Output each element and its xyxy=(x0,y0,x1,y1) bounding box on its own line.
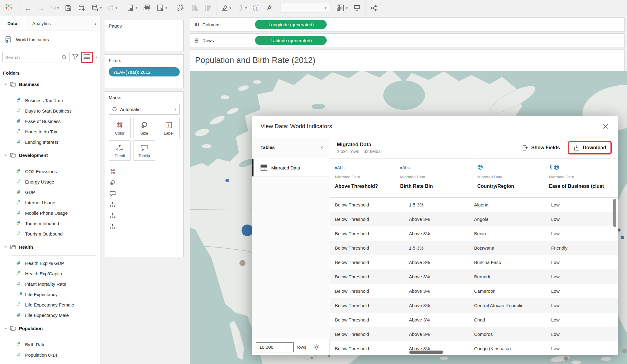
redo-button[interactable]: → xyxy=(37,4,45,12)
tree-item[interactable]: =# Tourism Inbound xyxy=(0,218,100,228)
attach-button[interactable]: ▾ xyxy=(237,4,247,12)
tree-item[interactable]: =# xyxy=(12,164,96,164)
new-worksheet-button[interactable]: ▾ xyxy=(127,4,137,12)
tree-item[interactable]: =# Mobile Phone Usage xyxy=(0,208,100,218)
new-data-source-button[interactable] xyxy=(77,4,85,12)
toolbar-separator xyxy=(20,0,20,16)
table-list-item[interactable]: Migrated Data xyxy=(252,159,330,176)
tree-item[interactable]: =# Infant Mortality Rate xyxy=(0,279,100,289)
color-button[interactable]: Color xyxy=(109,118,131,138)
chevron-down-icon[interactable] xyxy=(3,245,9,249)
tree-item[interactable]: =# Lending Interest xyxy=(0,137,100,147)
tree-item[interactable]: =# Days to Start Business xyxy=(0,106,100,116)
apply-row-limit-icon[interactable]: → xyxy=(286,344,291,350)
chevron-down-icon[interactable] xyxy=(3,82,9,86)
tree-item[interactable]: =# xyxy=(12,93,96,93)
map-mark-small[interactable] xyxy=(225,179,229,182)
pane-menu-caret[interactable]: ▾ xyxy=(96,55,98,59)
tree-item[interactable]: =# Business xyxy=(0,78,100,90)
swap-rows-columns-button[interactable] xyxy=(177,4,185,12)
save-button[interactable] xyxy=(65,4,72,12)
search-input[interactable]: Search xyxy=(2,52,70,62)
clear-sheet-button[interactable]: ▾ xyxy=(156,4,167,12)
mark-pill[interactable]: Ease of Business (.. xyxy=(119,211,180,220)
settings-gear-icon[interactable] xyxy=(313,344,320,351)
pin-button[interactable] xyxy=(266,4,273,12)
horizontal-scrollbar[interactable] xyxy=(409,351,443,354)
view-data-icon[interactable] xyxy=(83,54,91,61)
tab-data[interactable]: Data xyxy=(0,16,25,31)
mark-type-dropdown[interactable]: Automatic ▾ xyxy=(109,104,180,115)
tree-item[interactable]: =# Health Exp % GDP xyxy=(0,258,100,268)
collapse-tables-button[interactable]: ‹ xyxy=(321,144,323,151)
vertical-scrollbar[interactable] xyxy=(613,199,616,227)
columns-shelf[interactable]: Columns Longitude (generated) xyxy=(190,17,625,32)
columns-pill[interactable]: Longitude (generated) xyxy=(255,20,327,29)
mark-pill[interactable]: Birth Rate Bin xyxy=(119,167,180,176)
tree-item[interactable]: =# Population xyxy=(0,322,100,334)
filter-pill[interactable]: YEAR(Year): 2012 xyxy=(109,67,180,76)
text-label-button[interactable]: T xyxy=(252,4,260,12)
field-type-icon: =# xyxy=(17,271,25,276)
datasource-row[interactable]: World Indicators xyxy=(0,31,100,48)
collapse-pane-button[interactable]: ‹ xyxy=(91,16,100,31)
pages-card[interactable]: Pages xyxy=(105,20,184,51)
replay-button[interactable]: ↪▾ xyxy=(50,4,59,12)
rows-shelf[interactable]: Rows Latitude (generated) xyxy=(190,33,625,47)
tree-item[interactable]: =# Life Expectancy Male xyxy=(0,310,100,320)
detail-button[interactable]: Detail xyxy=(109,140,131,161)
tree-item[interactable]: =# Life Expectancy xyxy=(0,289,100,299)
tab-analytics[interactable]: Analytics xyxy=(25,16,91,31)
highlight-button[interactable]: ▾ xyxy=(221,4,231,12)
tree-item[interactable]: =# Tourism Outbound xyxy=(0,228,100,239)
sort-ascending-button[interactable] xyxy=(190,4,198,12)
refresh-data-source-button[interactable]: ▾ xyxy=(107,4,117,12)
column-header[interactable]: =Abc xyxy=(395,159,472,197)
tree-item[interactable]: =# Health xyxy=(0,241,100,253)
presentation-mode-button[interactable] xyxy=(353,4,361,12)
tooltip-button[interactable]: Tooltip xyxy=(133,140,155,161)
tree-item[interactable]: =# xyxy=(12,337,96,337)
field-label: Development xyxy=(19,153,48,158)
tree-item[interactable]: =# Ease of Business xyxy=(0,116,100,126)
chevron-down-icon[interactable] xyxy=(3,326,9,330)
rows-pill[interactable]: Latitude (generated) xyxy=(255,36,327,45)
map-mark-gray[interactable] xyxy=(239,260,246,266)
size-button[interactable]: Size xyxy=(133,118,155,138)
filters-card[interactable]: Filters YEAR(Year): 2012 xyxy=(105,54,184,88)
map-mark-large[interactable] xyxy=(242,225,253,236)
mark-pill[interactable]: AVG(Birth Rate) xyxy=(119,189,180,198)
tree-item[interactable]: =# Health Exp/Capita xyxy=(0,268,100,279)
mark-pill[interactable]: Country/Region xyxy=(119,200,180,209)
undo-button[interactable]: ← xyxy=(24,4,32,12)
label-button[interactable]: T Label xyxy=(158,118,180,138)
fit-selector[interactable]: ▾ xyxy=(280,3,329,13)
tree-item[interactable]: =# xyxy=(12,255,96,256)
filter-fields-icon[interactable] xyxy=(72,54,79,61)
tree-item[interactable]: =# Population 0-14 xyxy=(0,350,100,360)
tree-item[interactable]: =# CO2 Emissions xyxy=(0,166,100,176)
share-button[interactable] xyxy=(370,4,378,12)
tree-item[interactable]: =# GDP xyxy=(0,187,100,197)
tree-item[interactable]: =# Development xyxy=(0,149,100,161)
tree-item[interactable]: =# Internet Usage xyxy=(0,197,100,208)
tree-item[interactable]: =# Life Expectancy Female xyxy=(0,299,100,310)
mark-pill[interactable]: AVG(Population T.. xyxy=(119,178,180,187)
row-limit-input[interactable]: 10,000 → xyxy=(256,342,294,352)
duplicate-sheet-button[interactable] xyxy=(143,4,151,12)
show-fields-button[interactable]: Show Fields xyxy=(522,144,560,151)
mark-pill[interactable]: Region xyxy=(119,222,180,231)
tree-item[interactable]: =# Energy Usage xyxy=(0,176,100,187)
column-header[interactable]: =Abc xyxy=(472,159,544,197)
tree-item[interactable]: =# Business Tax Rate xyxy=(0,95,100,106)
column-header[interactable]: =Abc xyxy=(330,159,395,197)
close-icon[interactable] xyxy=(603,123,609,129)
download-button[interactable]: Download xyxy=(573,144,606,151)
pause-data-updates-button[interactable]: ▾ xyxy=(91,4,102,12)
show-cards-button[interactable]: ▾ xyxy=(336,4,347,12)
column-header[interactable]: =Abc xyxy=(544,159,604,197)
chevron-down-icon[interactable] xyxy=(3,153,9,157)
sort-descending-button[interactable] xyxy=(204,4,212,12)
tree-item[interactable]: =# Hours to do Tax xyxy=(0,126,100,137)
tree-item[interactable]: =# Birth Rate xyxy=(0,339,100,350)
